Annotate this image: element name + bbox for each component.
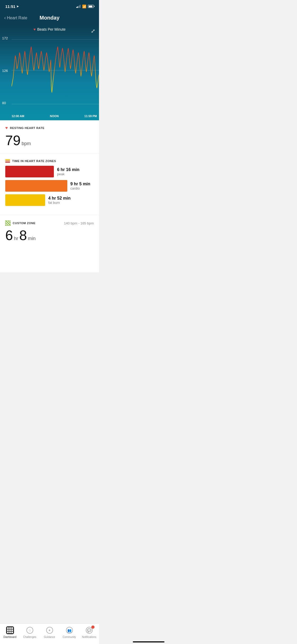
peak-zone-row: 6 hr 16 min peak (5, 166, 94, 177)
cardio-time: 9 hr 5 min (70, 182, 91, 186)
heart-rate-zones-section: TIME IN HEART RATE ZONES 6 hr 16 min pea… (0, 154, 99, 215)
status-icons: 📶 (76, 4, 94, 8)
y-label-mid: 126 (2, 69, 8, 73)
fatburn-zone-row: 4 hr 52 min fat burn (5, 194, 94, 206)
chart-legend-label: Beats Per Minute (37, 27, 65, 31)
resting-hr-unit: bpm (22, 141, 31, 146)
cardio-name: cardio (70, 186, 91, 190)
signal-icon (76, 5, 81, 8)
cardio-bar (5, 180, 67, 192)
fatburn-bar (5, 194, 45, 206)
cardio-zone-row: 9 hr 5 min cardio (5, 180, 94, 192)
heart-icon-resting: ♥ (5, 126, 8, 130)
heart-icon: ♥ (34, 27, 36, 31)
peak-bar (5, 166, 54, 177)
custom-min-label: min (28, 236, 36, 241)
y-label-min: 80 (2, 101, 8, 105)
y-label-max: 172 (2, 36, 8, 40)
zones-icon (5, 159, 10, 163)
custom-hours-number: 6 (5, 228, 13, 242)
x-axis-labels: 12:00 AM NOON 11:59 PM (0, 113, 99, 120)
custom-hr-label: hr (14, 236, 18, 241)
cardio-info: 9 hr 5 min cardio (70, 182, 91, 190)
resting-heart-rate-section: ♥ RESTING HEART RATE 79 bpm (0, 120, 99, 154)
custom-zone-value: 6 hr 8 min (5, 228, 94, 242)
custom-zone-icon (5, 220, 11, 226)
fatburn-time: 4 hr 52 min (48, 196, 70, 201)
custom-zone-range: 140 bpm - 165 bpm (64, 221, 94, 225)
back-button[interactable]: ‹ Heart Rate (4, 15, 27, 21)
battery-icon (88, 5, 94, 8)
back-label: Heart Rate (7, 16, 27, 20)
custom-zone-section: CUSTOM ZONE 140 bpm - 165 bpm 6 hr 8 min (0, 215, 99, 249)
custom-zone-header: CUSTOM ZONE 140 bpm - 165 bpm (5, 220, 94, 226)
status-bar: 11:51 ➤ 📶 (0, 0, 99, 12)
resting-hr-value: 79 bpm (5, 134, 94, 147)
chart-area: 172 126 80 (0, 34, 99, 113)
fatburn-name: fat burn (48, 201, 70, 205)
x-label-start: 12:00 AM (12, 114, 24, 118)
resting-hr-header: ♥ RESTING HEART RATE (5, 126, 94, 130)
resting-hr-number: 79 (5, 134, 21, 147)
page-title: Monday (40, 15, 60, 21)
chart-legend: ♥ Beats Per Minute (0, 27, 99, 31)
y-axis-labels: 172 126 80 (2, 34, 8, 113)
chevron-left-icon: ‹ (4, 15, 6, 21)
expand-button[interactable]: ⤢ (91, 28, 95, 34)
chart-svg (12, 34, 99, 113)
zones-label: TIME IN HEART RATE ZONES (12, 159, 56, 163)
peak-time: 6 hr 16 min (57, 167, 79, 172)
custom-zone-left: CUSTOM ZONE (5, 220, 36, 226)
fatburn-info: 4 hr 52 min fat burn (48, 196, 70, 205)
location-icon: ➤ (16, 5, 19, 8)
status-time: 11:51 ➤ (5, 4, 19, 9)
peak-name: peak (57, 172, 79, 176)
wifi-icon: 📶 (82, 4, 86, 8)
peak-info: 6 hr 16 min peak (57, 167, 79, 176)
page-header: ‹ Heart Rate Monday (0, 12, 99, 25)
resting-hr-label: RESTING HEART RATE (10, 126, 45, 130)
content-section: ♥ RESTING HEART RATE 79 bpm TIME IN HEAR… (0, 120, 99, 272)
x-label-mid: NOON (50, 114, 59, 118)
x-label-end: 11:59 PM (84, 114, 97, 118)
zones-header: TIME IN HEART RATE ZONES (5, 159, 94, 163)
custom-minutes-number: 8 (19, 228, 27, 242)
heart-rate-chart: ♥ Beats Per Minute ⤢ 172 126 80 (0, 25, 99, 120)
custom-zone-label: CUSTOM ZONE (13, 222, 36, 225)
